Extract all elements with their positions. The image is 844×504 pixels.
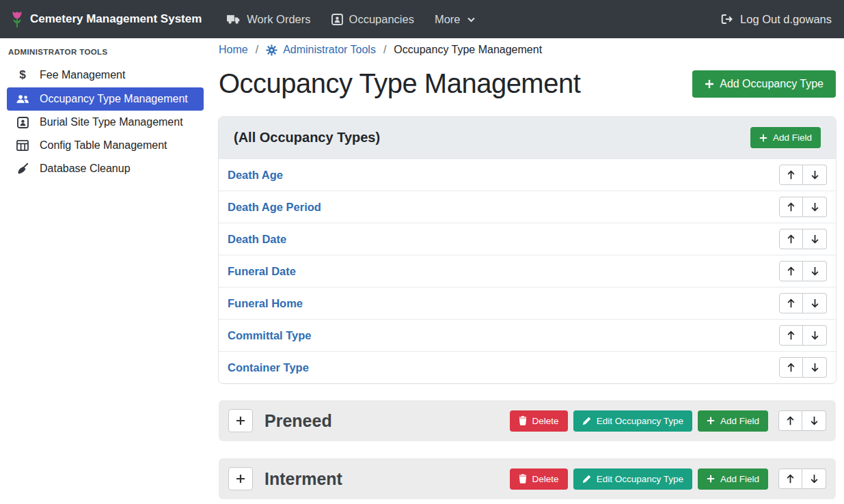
table-icon: [14, 140, 31, 151]
app-brand[interactable]: Cemetery Management System: [11, 10, 202, 29]
gear-icon: [266, 44, 277, 56]
arrow-up-icon: [787, 363, 795, 372]
arrow-up-icon: [786, 416, 795, 425]
field-link[interactable]: Death Age Period: [228, 201, 321, 214]
move-up-button[interactable]: [779, 293, 803, 313]
add-field-button[interactable]: Add Field: [698, 410, 768, 432]
button-label: Delete: [532, 474, 559, 484]
sidebar-item-label: Config Table Management: [40, 139, 167, 152]
reorder-controls: [779, 229, 827, 249]
move-up-button[interactable]: [779, 325, 803, 346]
reorder-controls: [779, 325, 827, 346]
sidebar-item-label: Database Cleanup: [40, 163, 131, 175]
arrow-down-icon: [811, 234, 819, 244]
plus-icon: [236, 474, 245, 484]
button-label: Edit Occupancy Type: [597, 474, 683, 484]
move-up-button[interactable]: [779, 165, 803, 185]
button-label: Delete: [532, 416, 559, 426]
move-down-button[interactable]: [803, 229, 827, 249]
person-frame-icon: [331, 14, 343, 25]
occupancy-type-section-preneed: Preneed Delete Edit Occupancy Type Add F…: [219, 400, 836, 441]
add-occupancy-type-button[interactable]: Add Occupancy Type: [692, 70, 836, 98]
field-link[interactable]: Committal Type: [228, 329, 312, 342]
breadcrumb-administrator-tools[interactable]: Administrator Tools: [266, 44, 376, 56]
title-row: Occupancy Type Management Add Occupancy …: [219, 68, 836, 99]
reorder-controls: [778, 410, 826, 431]
sidebar-item-config-table-management[interactable]: Config Table Management: [7, 134, 204, 157]
nav-more[interactable]: More: [424, 8, 486, 31]
move-down-button[interactable]: [803, 165, 827, 185]
field-row: Committal Type: [219, 319, 836, 351]
field-link[interactable]: Death Age: [228, 169, 283, 182]
edit-occupancy-type-button[interactable]: Edit Occupancy Type: [573, 410, 692, 432]
reorder-controls: [779, 197, 827, 217]
breadcrumb-home[interactable]: Home: [219, 44, 248, 56]
sidebar-item-fee-management[interactable]: $ Fee Management: [7, 63, 204, 87]
plus-icon: [236, 416, 245, 425]
field-link[interactable]: Funeral Home: [228, 297, 303, 310]
plus-icon: [707, 417, 715, 425]
arrow-up-icon: [787, 170, 795, 180]
plus-icon: [759, 134, 767, 142]
move-up-button[interactable]: [779, 229, 803, 249]
arrow-down-icon: [810, 416, 819, 425]
dollar-icon: $: [14, 68, 31, 82]
move-up-button[interactable]: [779, 357, 803, 378]
sidebar-item-occupancy-type-management[interactable]: Occupancy Type Management: [7, 87, 204, 111]
field-row: Funeral Date: [219, 255, 836, 287]
expand-button[interactable]: [228, 467, 253, 490]
delete-button[interactable]: Delete: [510, 410, 568, 432]
pencil-icon: [582, 417, 591, 425]
reorder-controls: [779, 261, 827, 281]
nav-label: More: [435, 13, 461, 26]
nav-label: Work Orders: [247, 13, 310, 26]
button-label: Add Field: [720, 416, 759, 426]
main-content: Home / Administrator Tools / Occupancy T…: [210, 38, 844, 499]
delete-button[interactable]: Delete: [510, 468, 568, 490]
logout-label: Log Out d.gowans: [740, 13, 832, 26]
move-down-button[interactable]: [803, 197, 827, 217]
breadcrumb-separator: /: [256, 44, 258, 56]
button-label: Add Occupancy Type: [720, 78, 823, 90]
breadcrumb: Home / Administrator Tools / Occupancy T…: [219, 44, 836, 56]
field-row: Death Age Period: [219, 191, 836, 223]
chevron-down-icon: [467, 15, 476, 24]
move-up-button[interactable]: [778, 410, 802, 431]
logout-icon: [721, 14, 734, 25]
field-link[interactable]: Funeral Date: [228, 265, 296, 278]
sidebar-item-label: Occupancy Type Management: [40, 93, 188, 105]
reorder-controls: [779, 293, 827, 313]
nav-work-orders[interactable]: Work Orders: [217, 8, 321, 31]
field-link[interactable]: Container Type: [228, 361, 309, 374]
arrow-up-icon: [786, 474, 795, 484]
add-field-button[interactable]: Add Field: [698, 468, 768, 490]
move-up-button[interactable]: [779, 197, 803, 217]
expand-button[interactable]: [228, 409, 253, 432]
move-down-button[interactable]: [803, 357, 827, 378]
sidebar-item-database-cleanup[interactable]: Database Cleanup: [7, 157, 204, 180]
sidebar-item-label: Burial Site Type Management: [40, 116, 183, 128]
logout-button[interactable]: Log Out d.gowans: [720, 8, 833, 31]
move-down-button[interactable]: [803, 293, 827, 313]
move-down-button[interactable]: [802, 410, 826, 431]
move-up-button[interactable]: [778, 468, 802, 489]
arrow-down-icon: [811, 202, 819, 212]
add-field-button[interactable]: Add Field: [750, 127, 821, 148]
edit-occupancy-type-button[interactable]: Edit Occupancy Type: [573, 468, 692, 490]
field-link[interactable]: Death Date: [228, 233, 286, 246]
move-down-button[interactable]: [802, 468, 826, 489]
top-navbar: Cemetery Management System Work Orders O…: [0, 0, 844, 38]
field-row: Funeral Home: [219, 287, 836, 319]
arrow-down-icon: [811, 363, 819, 372]
nav-occupancies[interactable]: Occupancies: [321, 8, 424, 31]
arrow-down-icon: [811, 298, 819, 308]
move-up-button[interactable]: [779, 261, 803, 281]
nav-label: Occupancies: [349, 13, 414, 26]
arrow-up-icon: [787, 234, 795, 244]
move-down-button[interactable]: [803, 325, 827, 346]
arrow-up-icon: [787, 298, 795, 308]
move-down-button[interactable]: [803, 261, 827, 281]
sidebar-item-burial-site-type-management[interactable]: Burial Site Type Management: [7, 111, 204, 134]
button-label: Add Field: [773, 132, 812, 143]
reorder-controls: [778, 468, 826, 489]
